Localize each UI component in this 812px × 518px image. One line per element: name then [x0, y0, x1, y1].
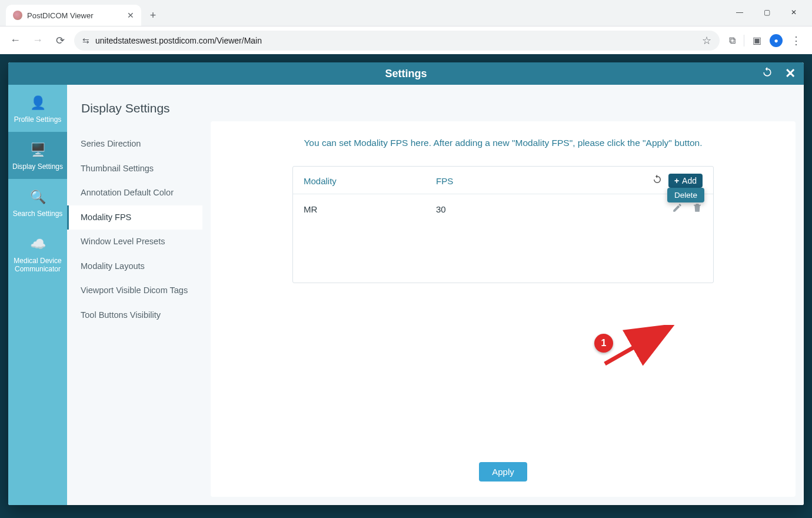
- menu-icon[interactable]: ⋮: [791, 34, 801, 47]
- minimize-button[interactable]: —: [726, 4, 753, 21]
- forward-button[interactable]: →: [29, 34, 46, 47]
- close-icon[interactable]: ✕: [785, 66, 796, 81]
- modal-title: Settings: [385, 68, 427, 80]
- reload-button[interactable]: ⟳: [52, 34, 68, 47]
- settings-rail: 👤 Profile Settings 🖥️ Display Settings 🔍…: [8, 85, 67, 505]
- site-info-icon[interactable]: ⇆: [82, 36, 89, 45]
- column-modality: Modality: [304, 176, 436, 186]
- subnav-tool-buttons-visibility[interactable]: Tool Buttons Visibility: [67, 303, 202, 328]
- subnav-modality-layouts[interactable]: Modality Layouts: [67, 254, 202, 279]
- subnav-thumbnail-settings[interactable]: Thumbnail Settings: [67, 157, 202, 181]
- back-button[interactable]: ←: [7, 34, 24, 47]
- table-refresh-icon[interactable]: [652, 174, 663, 188]
- tab-title: PostDICOM Viewer: [27, 11, 93, 20]
- tab-close-icon[interactable]: ✕: [127, 11, 134, 20]
- column-fps: FPS: [436, 176, 652, 186]
- profile-avatar-icon[interactable]: ●: [770, 34, 783, 47]
- rail-item-search[interactable]: 🔍 Search Settings: [8, 179, 67, 226]
- delete-icon[interactable]: [692, 202, 703, 215]
- subnav-annotation-color[interactable]: Annotation Default Color: [67, 181, 202, 205]
- annotation-badge: 1: [594, 334, 613, 353]
- tab-strip: PostDICOM Viewer ✕ + — ▢ ✕: [0, 0, 812, 26]
- subnav-viewport-dicom-tags[interactable]: Viewport Visible Dicom Tags: [67, 278, 202, 303]
- monitor-icon: 🖥️: [30, 142, 46, 158]
- subnav-modality-fps[interactable]: Modality FPS: [67, 205, 202, 230]
- table-header: Modality FPS + Add: [293, 167, 713, 194]
- window-controls: — ▢ ✕: [726, 0, 812, 21]
- search-icon: 🔍: [30, 190, 46, 205]
- plus-icon: +: [674, 176, 679, 185]
- table-row: MR 30: [293, 194, 713, 224]
- side-panel-icon[interactable]: ▣: [753, 35, 761, 46]
- cell-modality: MR: [304, 204, 436, 214]
- settings-subnav: Display Settings Series Direction Thumbn…: [67, 85, 202, 505]
- rail-label: Medical Device Communicator: [12, 257, 64, 273]
- new-tab-button[interactable]: +: [145, 7, 161, 24]
- main-panel: You can set Modality FPS here. After add…: [211, 121, 796, 497]
- page-title: Display Settings: [67, 101, 202, 132]
- rail-item-display[interactable]: 🖥️ Display Settings: [8, 132, 67, 179]
- bookmark-icon[interactable]: ☆: [702, 34, 711, 47]
- subnav-window-level-presets[interactable]: Window Level Presets: [67, 230, 202, 254]
- rail-item-medical-device[interactable]: ☁️ Medical Device Communicator: [8, 226, 67, 281]
- rail-label: Profile Settings: [14, 115, 62, 124]
- main-area: You can set Modality FPS here. After add…: [202, 85, 804, 505]
- browser-chrome: PostDICOM Viewer ✕ + — ▢ ✕ ← → ⟳ ⇆ unite…: [0, 0, 812, 54]
- apply-button[interactable]: Apply: [479, 462, 527, 482]
- browser-toolbar: ← → ⟳ ⇆ unitedstateswest.postdicom.com/V…: [0, 26, 812, 54]
- browser-tab[interactable]: PostDICOM Viewer ✕: [6, 5, 141, 26]
- add-label: Add: [682, 176, 697, 185]
- delete-tooltip: Delete: [667, 188, 704, 202]
- address-bar[interactable]: ⇆ unitedstateswest.postdicom.com/Viewer/…: [74, 31, 720, 51]
- modality-fps-table: Modality FPS + Add: [292, 166, 714, 283]
- modal-header: Settings ✕: [8, 62, 804, 85]
- maximize-button[interactable]: ▢: [753, 4, 780, 21]
- close-window-button[interactable]: ✕: [780, 4, 807, 21]
- refresh-icon[interactable]: [761, 67, 773, 81]
- cell-fps: 30: [436, 204, 672, 214]
- app-content: postDICOM Settings ✕ 👤 Profile Settings: [0, 54, 812, 518]
- cloud-icon: ☁️: [30, 237, 46, 252]
- subnav-series-direction[interactable]: Series Direction: [67, 132, 202, 157]
- extensions-icon[interactable]: ⧉: [729, 35, 736, 46]
- person-icon: 👤: [30, 95, 46, 111]
- separator: [744, 35, 744, 47]
- edit-icon[interactable]: [672, 202, 683, 215]
- panel-hint: You can set Modality FPS here. After add…: [231, 138, 776, 148]
- rail-item-profile[interactable]: 👤 Profile Settings: [8, 85, 67, 132]
- favicon-icon: [13, 11, 22, 20]
- rail-label: Search Settings: [13, 210, 63, 218]
- url-text: unitedstateswest.postdicom.com/Viewer/Ma…: [95, 36, 262, 45]
- rail-label: Display Settings: [12, 162, 63, 171]
- settings-modal: Settings ✕ 👤 Profile Settings 🖥️ Display…: [8, 62, 804, 505]
